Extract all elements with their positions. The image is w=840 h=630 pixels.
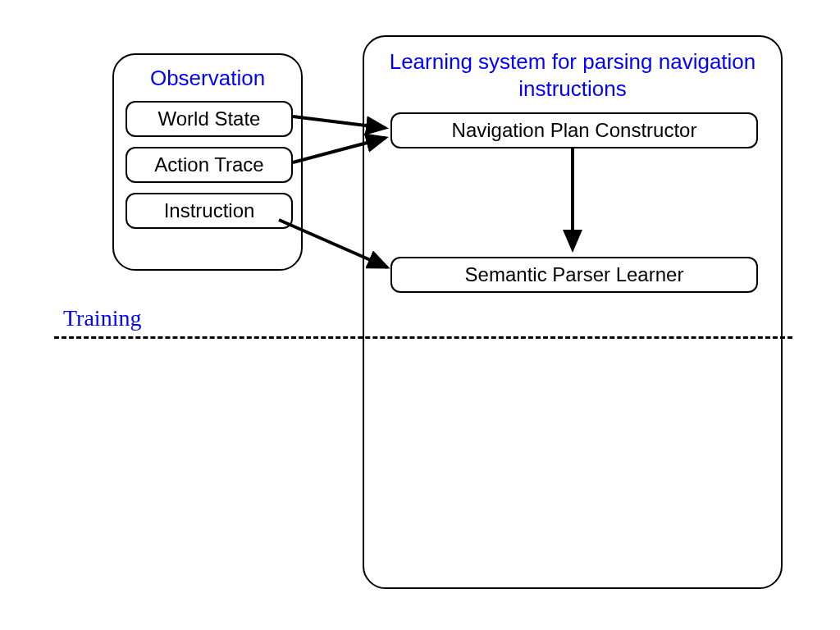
world-state-box: World State xyxy=(126,101,293,137)
navigation-plan-constructor-label: Navigation Plan Constructor xyxy=(452,119,697,141)
semantic-parser-learner-box: Semantic Parser Learner xyxy=(390,257,758,293)
semantic-parser-learner-label: Semantic Parser Learner xyxy=(465,263,684,285)
action-trace-box: Action Trace xyxy=(126,147,293,183)
navigation-plan-constructor-box: Navigation Plan Constructor xyxy=(390,112,758,148)
observation-title: Observation xyxy=(114,55,301,92)
action-trace-label: Action Trace xyxy=(154,153,263,176)
instruction-label: Instruction xyxy=(164,199,255,221)
instruction-box: Instruction xyxy=(126,193,293,229)
learning-system-title: Learning system for parsing navigation i… xyxy=(364,37,781,102)
world-state-label: World State xyxy=(158,107,261,130)
training-divider-line xyxy=(54,336,792,339)
learning-system-container: Learning system for parsing navigation i… xyxy=(363,35,783,589)
observation-container: Observation World State Action Trace Ins… xyxy=(112,53,303,271)
training-label: Training xyxy=(63,305,141,331)
